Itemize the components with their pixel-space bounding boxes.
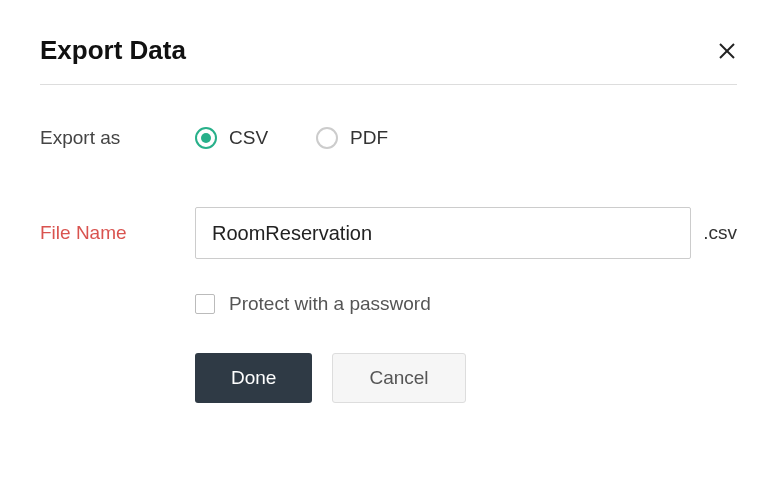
protect-row: Protect with a password — [40, 293, 737, 315]
radio-icon — [316, 127, 338, 149]
file-name-row: File Name .csv — [40, 207, 737, 259]
radio-label-csv: CSV — [229, 127, 268, 149]
button-row: Done Cancel — [40, 353, 737, 403]
export-as-row: Export as CSV PDF — [40, 127, 737, 149]
protect-checkbox[interactable] — [195, 294, 215, 314]
export-as-label: Export as — [40, 127, 195, 149]
radio-option-csv[interactable]: CSV — [195, 127, 268, 149]
dialog-title: Export Data — [40, 35, 186, 66]
radio-icon — [195, 127, 217, 149]
radio-label-pdf: PDF — [350, 127, 388, 149]
close-icon[interactable] — [717, 41, 737, 61]
file-extension-label: .csv — [703, 222, 737, 244]
file-name-input[interactable] — [195, 207, 691, 259]
done-button[interactable]: Done — [195, 353, 312, 403]
radio-option-pdf[interactable]: PDF — [316, 127, 388, 149]
file-name-label: File Name — [40, 222, 195, 244]
cancel-button[interactable]: Cancel — [332, 353, 465, 403]
protect-label: Protect with a password — [229, 293, 431, 315]
export-as-radio-group: CSV PDF — [195, 127, 388, 149]
dialog-header: Export Data — [40, 35, 737, 85]
